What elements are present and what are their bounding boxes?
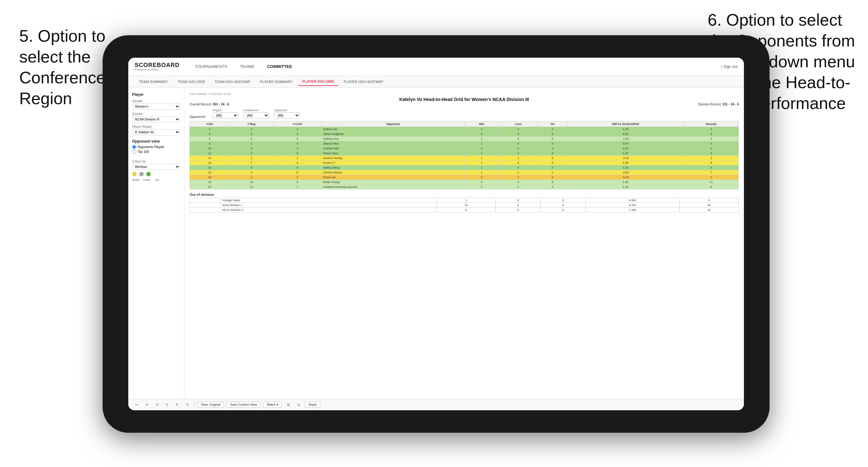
tablet-device: SCOREBOARD Powered by clippd TOURNAMENTS… (103, 35, 770, 433)
undo2-btn[interactable]: ↺ (153, 402, 161, 407)
table-row: 14 7 4 Eunice Yi 2 2 0 0.38 9 (190, 161, 739, 165)
last-updated: Last Updated: 27/03/2024 14:54 (189, 92, 739, 95)
filter-region: Region (All) (213, 108, 238, 119)
sidebar: Player Gender Women's Division NCAA Divi… (128, 88, 184, 399)
toolbar-sep-1 (194, 402, 195, 408)
share-btn[interactable]: Share (305, 402, 321, 408)
sub-nav-player-summary[interactable]: PLAYER SUMMARY (255, 78, 297, 86)
time-btn[interactable]: ⏱ (183, 402, 192, 407)
sidebar-division-select[interactable]: NCAA Division III (132, 116, 180, 122)
table-row: 18 2 2 Euna Lee 0 2 0 -5.00 2 (190, 175, 739, 180)
top-nav-items: TOURNAMENTS TEAMS COMMITTEE (189, 62, 721, 71)
sidebar-player-title: Player (132, 92, 180, 97)
table-row: 6 3 3 Sydney Kuo 1 0 0 -1.00 3 (190, 136, 739, 142)
main-content: Player Gender Women's Division NCAA Divi… (128, 88, 744, 399)
sub-nav: TEAM SUMMARY TEAM H2H GRID TEAM H2H HEAT… (128, 75, 744, 88)
sign-out-link[interactable]: | Sign out (721, 64, 738, 69)
sidebar-player-rank-label: Player (Rank) (132, 125, 180, 128)
refresh-btn[interactable]: ↻ (173, 402, 181, 407)
table-row: 11 2 5 Heejo Hyun 1 0 0 3.33 3 (190, 151, 739, 156)
filter-row: Opponents: Region (All) Conference (All) (189, 108, 739, 119)
filter-conference-select[interactable]: (All) (243, 113, 269, 119)
th-reg: # Reg (229, 122, 273, 127)
table-row: 3 3 1 Esther Lee 1 0 1 1.50 4 (190, 127, 739, 132)
copy2-btn[interactable]: ⊡ (295, 402, 302, 407)
sidebar-radio-top100[interactable]: Top 100 (132, 150, 180, 154)
grid-area: Last Updated: 27/03/2024 14:54 Katelyn V… (184, 88, 744, 399)
bottom-toolbar: ↩ ⟳ ↺ ⎘ ↻ ⏱ View: Original Save Custom V… (128, 399, 744, 410)
sidebar-gender-select[interactable]: Women's (132, 103, 180, 110)
table-row: 5 2 2 Alexis Sudjianto 1 0 0 4.00 3 (190, 132, 739, 136)
out-of-division-header: Out of division (189, 193, 739, 196)
sidebar-player-rank-select[interactable]: 8. Katelyn Vo (132, 129, 180, 135)
filter-region-select[interactable]: (All) (213, 113, 238, 119)
th-loss: Loss (499, 122, 538, 127)
table-row: 19 10 6 Emily Chang 4 0 0 0.30 11 (190, 180, 739, 185)
table-row: NCAA Division 2 5 0 0 7.400 10 (190, 208, 739, 213)
sidebar-radio-opponents-played[interactable]: Opponents Played (132, 145, 180, 149)
table-row: 20 11 7 Federica Domecq Lacroze 2 1 0 1.… (190, 185, 739, 189)
undo-btn[interactable]: ↩ (133, 402, 141, 407)
filter-opponent: Opponent (All) (274, 108, 300, 119)
view-original-btn[interactable]: View: Original (197, 402, 224, 408)
filter-conference: Conference (All) (243, 108, 269, 119)
records-row: Overall Record: 353 - 34 - 6 Division Re… (189, 102, 739, 106)
redo-btn[interactable]: ⟳ (143, 402, 151, 407)
top-nav: SCOREBOARD Powered by clippd TOURNAMENTS… (128, 58, 744, 75)
th-rounds: Rounds (684, 122, 739, 127)
table-row: Foreign Team 1 0 0 4.500 2 (190, 198, 739, 203)
colour-dots (132, 172, 180, 176)
logo-sub: Powered by clippd (135, 68, 180, 71)
table-row: 9 1 4 Sharon Mun 1 0 0 3.67 3 (190, 142, 739, 146)
dot-labels: Down Level Up (132, 178, 180, 181)
nav-tournaments[interactable]: TOURNAMENTS (189, 62, 233, 71)
out-of-division-table: Foreign Team 1 0 0 4.500 2 NAIA Division… (189, 198, 739, 213)
nav-committee[interactable]: COMMITTEE (261, 62, 298, 71)
table-row: 16 3 6 Jessica Mason 1 2 0 -0.94 7 (190, 170, 739, 175)
sidebar-gender-label: Gender (132, 99, 180, 103)
tablet-screen: SCOREBOARD Powered by clippd TOURNAMENTS… (128, 58, 744, 410)
filter-opponent-select[interactable]: (All) (274, 113, 300, 119)
grid-title: Katelyn Vo Head-to-Head Grid for Women's… (189, 97, 739, 102)
copy-btn[interactable]: ⎘ (163, 402, 170, 407)
filter-section: Opponents: Region (All) Conference (All) (189, 108, 739, 119)
dot-down (132, 172, 136, 176)
overall-record: Overall Record: 353 - 34 - 6 (189, 102, 229, 106)
dot-level (139, 172, 144, 176)
division-record: Division Record: 331 - 34 - 6 (698, 102, 739, 106)
sidebar-opponent-view-title: Opponent view (132, 139, 180, 144)
logo: SCOREBOARD Powered by clippd (135, 62, 180, 71)
sub-nav-team-h2h-heatmap[interactable]: TEAM H2H HEATMAP (210, 78, 255, 86)
table-row: 15 8 5 Stella Cheng 1 0 0 1.25 4 (190, 165, 739, 170)
save-custom-btn[interactable]: Save Custom View (227, 402, 261, 408)
table-row: 10 6 3 Andrea York 2 0 0 4.00 4 (190, 146, 739, 151)
sidebar-opponent-radio-group: Opponents Played Top 100 (132, 145, 180, 154)
sub-nav-team-summary[interactable]: TEAM SUMMARY (135, 78, 173, 86)
th-tie: Tie (538, 122, 567, 127)
layout-btn[interactable]: ⊞ (284, 402, 292, 407)
logo-text: SCOREBOARD (135, 62, 180, 68)
th-diff: Diff Av Strokes/Rnd (567, 122, 684, 127)
opponents-label: Opponents: (189, 115, 206, 119)
sidebar-division-label: Division (132, 112, 180, 116)
sub-nav-team-h2h-grid[interactable]: TEAM H2H GRID (173, 78, 210, 86)
th-win: Win (465, 122, 498, 127)
table-row: NAIA Division 1 15 0 0 9.267 30 (190, 203, 739, 208)
sidebar-colour-label: Colour by (132, 160, 180, 163)
table-row: 13 1 1 Jessica Huang 1 1 0 -3.00 2 (190, 156, 739, 161)
h2h-table: # Div # Reg # Conf Opponent Win Loss Tie… (189, 121, 739, 189)
th-div: # Div (190, 122, 230, 127)
nav-teams[interactable]: TEAMS (234, 62, 260, 71)
sidebar-colour-select[interactable]: Win/loss (132, 164, 180, 170)
th-opponent: Opponent (321, 122, 465, 127)
th-conf: # Conf (274, 122, 321, 127)
watch-btn[interactable]: Watch ▾ (263, 402, 282, 408)
dot-up (146, 172, 151, 176)
sub-nav-player-h2h-heatmap[interactable]: PLAYER H2H HEATMAP (339, 78, 388, 86)
sub-nav-player-h2h-grid[interactable]: PLAYER H2H GRID (298, 77, 339, 86)
